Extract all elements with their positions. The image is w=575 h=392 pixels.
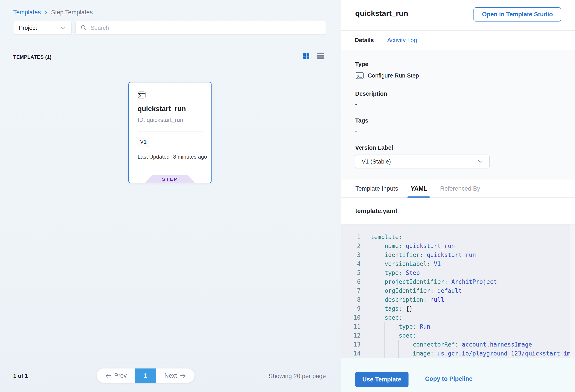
details-footer: Use Template Copy to Pipeline — [341, 358, 575, 392]
copy-to-pipeline-button[interactable]: Copy to Pipeline — [425, 375, 473, 382]
last-updated-label: Last Updated — [138, 154, 170, 160]
tags-value: - — [355, 127, 357, 134]
yaml-line-code: orgIdentifier: default — [371, 287, 462, 294]
step-type-flag: STEP — [145, 175, 195, 183]
yaml-line-code: versionLabel: V1 — [371, 260, 441, 267]
yaml-code-editor[interactable]: 1template:2 name: quickstart_run3 identi… — [341, 225, 575, 358]
pagination: Prev 1 Next — [96, 369, 194, 383]
current-page-button[interactable]: 1 — [135, 369, 156, 383]
yaml-line: 9 tags: {} — [341, 304, 575, 313]
yaml-line-code: tags: {} — [371, 305, 413, 312]
type-value: Configure Run Step — [368, 72, 419, 79]
yaml-line-code: image: us.gcr.io/playground-123/quicksta… — [371, 350, 575, 357]
yaml-line-code: type: Step — [371, 270, 420, 276]
line-number: 7 — [341, 287, 360, 294]
next-page-label: Next — [165, 372, 177, 379]
yaml-line: 1template: — [341, 232, 575, 241]
last-updated-value: 8 minutes ago — [173, 154, 207, 160]
yaml-line: 13 connectorRef: account.harnessImage — [341, 340, 575, 349]
yaml-section-tabs: Template Inputs YAML Referenced By — [341, 179, 575, 198]
scope-select-value: Project — [19, 24, 37, 31]
prev-page-label: Prev — [114, 372, 127, 379]
tab-template-inputs[interactable]: Template Inputs — [355, 179, 398, 198]
use-template-button[interactable]: Use Template — [355, 372, 408, 387]
line-number: 12 — [341, 332, 360, 339]
yaml-line-code: connectorRef: account.harnessImage — [371, 341, 532, 348]
search-icon — [80, 24, 87, 31]
list-view-icon[interactable] — [317, 52, 324, 60]
details-header: quickstart_run Open in Template Studio — [341, 0, 575, 31]
yaml-line: 4 versionLabel: V1 — [341, 259, 575, 268]
line-number: 13 — [341, 341, 360, 348]
line-number: 2 — [341, 243, 360, 249]
editor-scrollbar[interactable] — [570, 225, 575, 358]
yaml-line-code: spec: — [371, 314, 402, 321]
line-number: 4 — [341, 260, 360, 267]
terminal-run-step-icon — [355, 71, 364, 80]
breadcrumb-templates-link[interactable]: Templates — [13, 9, 41, 16]
yaml-line-code: identifier: quickstart_run — [371, 252, 476, 258]
yaml-line-code: projectIdentifier: ArchitProject — [371, 278, 497, 285]
yaml-line: 2 name: quickstart_run — [341, 241, 575, 251]
per-page-text: Showing 20 per page — [269, 373, 326, 380]
prev-page-button[interactable]: Prev — [96, 369, 135, 383]
version-select-value: V1 (Stable) — [362, 158, 391, 165]
search-box — [75, 21, 326, 35]
line-number: 6 — [341, 278, 360, 285]
description-label: Description — [355, 90, 387, 97]
yaml-line: 3 identifier: quickstart_run — [341, 251, 575, 259]
yaml-code-lines: 1template:2 name: quickstart_run3 identi… — [341, 232, 575, 358]
chevron-right-icon — [44, 10, 48, 15]
tab-yaml[interactable]: YAML — [411, 179, 427, 198]
yaml-line: 6 projectIdentifier: ArchitProject — [341, 277, 575, 286]
template-card[interactable]: quickstart_run ID: quickstart_run V1 Las… — [128, 82, 212, 183]
panel-title: quickstart_run — [355, 9, 408, 18]
template-card-id: ID: quickstart_run — [138, 116, 183, 123]
tags-label: Tags — [355, 117, 368, 124]
chevron-down-icon — [477, 160, 483, 163]
tab-referenced-by[interactable]: Referenced By — [440, 179, 480, 198]
line-number: 11 — [341, 323, 360, 330]
yaml-line-code: type: Run — [371, 323, 430, 330]
arrow-right-icon — [179, 373, 186, 378]
tab-details[interactable]: Details — [355, 31, 374, 50]
view-toggles — [303, 52, 324, 60]
template-details-panel: quickstart_run Open in Template Studio D… — [341, 0, 575, 392]
yaml-line-code: description: null — [371, 296, 444, 303]
yaml-file-name: template.yaml — [355, 208, 397, 215]
type-value-row: Configure Run Step — [355, 71, 419, 80]
open-template-studio-button[interactable]: Open in Template Studio — [474, 7, 561, 22]
template-card-title: quickstart_run — [138, 105, 186, 113]
grid-view-icon[interactable] — [303, 52, 310, 60]
yaml-line: 12 spec: — [341, 331, 575, 340]
search-input[interactable] — [91, 24, 321, 31]
scope-select[interactable]: Project — [13, 21, 72, 35]
breadcrumb: Templates Step Templates — [13, 9, 93, 16]
line-number: 10 — [341, 314, 360, 321]
line-number: 8 — [341, 296, 360, 303]
line-number: 3 — [341, 252, 360, 258]
line-number: 1 — [341, 234, 360, 240]
version-badge: V1 — [138, 137, 149, 147]
card-last-updated: Last Updated 8 minutes ago — [138, 154, 207, 160]
yaml-line-code: name: quickstart_run — [371, 243, 455, 249]
yaml-line-code: template: — [371, 234, 402, 240]
page-summary: 1 of 1 — [13, 373, 28, 379]
line-number: 5 — [341, 270, 360, 276]
yaml-file-bar: template.yaml — [341, 198, 575, 225]
chevron-down-icon — [60, 26, 66, 30]
next-page-button[interactable]: Next — [156, 369, 194, 383]
arrow-left-icon — [105, 373, 112, 378]
breadcrumb-current: Step Templates — [51, 9, 93, 16]
yaml-line: 7 orgIdentifier: default — [341, 286, 575, 295]
details-tabs: Details Activity Log — [341, 31, 575, 50]
line-number: 14 — [341, 350, 360, 357]
version-select[interactable]: V1 (Stable) — [355, 155, 490, 168]
tab-activity-log[interactable]: Activity Log — [387, 31, 417, 50]
templates-count-title: TEMPLATES (1) — [13, 54, 51, 60]
templates-list-panel: Templates Step Templates Project TEMPLAT… — [0, 0, 341, 392]
type-label: Type — [355, 61, 368, 68]
details-content: Type Configure Run Step Description - Ta… — [341, 50, 575, 179]
line-number: 9 — [341, 305, 360, 312]
yaml-line: 11 type: Run — [341, 322, 575, 331]
